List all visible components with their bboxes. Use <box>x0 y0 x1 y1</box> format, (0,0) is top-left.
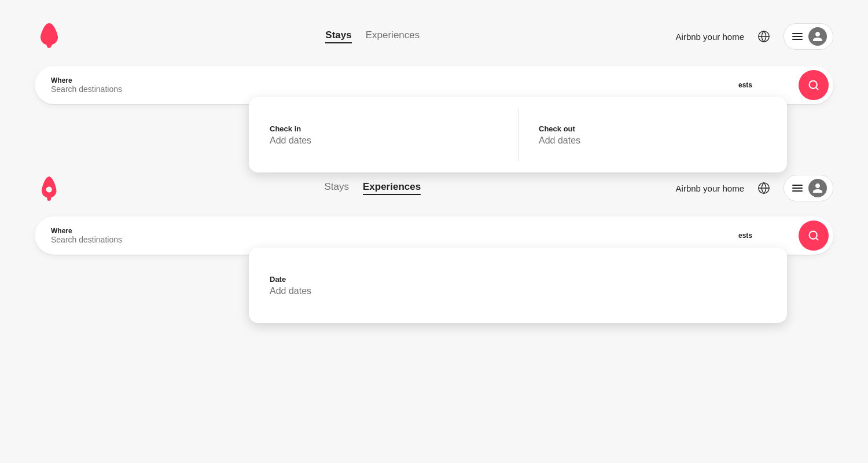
expanded-date-panel-experiences: Date Add dates <box>249 248 787 323</box>
user-avatar-2 <box>808 179 827 197</box>
tab-stays[interactable]: Stays <box>325 30 351 43</box>
where-segment[interactable]: Where Search destinations <box>35 66 249 104</box>
nav-right-experiences: Airbnb your home <box>676 175 833 201</box>
date-label: Date <box>270 275 766 284</box>
menu-button[interactable] <box>784 23 833 50</box>
where-value-2: Search destinations <box>51 235 233 244</box>
checkout-label: Check out <box>539 124 766 133</box>
guests-partial-text: ests <box>738 81 782 89</box>
checkin-value: Add dates <box>270 135 497 146</box>
tab-experiences-2[interactable]: Experiences <box>363 181 421 195</box>
logo-container-2[interactable] <box>35 174 69 203</box>
airbnb-home-link[interactable]: Airbnb your home <box>676 32 744 42</box>
date-segment[interactable]: Date Add dates <box>249 248 787 323</box>
checkin-label: Check in <box>270 124 497 133</box>
airbnb-home-link-2[interactable]: Airbnb your home <box>676 183 744 193</box>
hamburger-icon-2 <box>792 185 803 192</box>
checkout-segment[interactable]: Check out Add dates <box>518 97 787 172</box>
section-stays: Stays Experiences Airbnb your home <box>0 0 868 116</box>
user-avatar <box>808 27 827 46</box>
globe-icon[interactable] <box>753 26 774 47</box>
guests-partial-text-2: ests <box>738 232 782 240</box>
nav-tabs-stays: Stays Experiences <box>325 30 420 43</box>
navbar-stays: Stays Experiences Airbnb your home <box>35 21 833 52</box>
menu-button-2[interactable] <box>784 175 833 201</box>
logo-container[interactable] <box>35 21 64 52</box>
hamburger-icon <box>792 33 803 40</box>
expanded-dates-panel: Check in Add dates Check out Add dates <box>249 97 787 172</box>
date-value: Add dates <box>270 286 766 296</box>
search-button-stays[interactable] <box>799 70 829 100</box>
where-segment-2[interactable]: Where Search destinations <box>35 216 249 255</box>
tab-stays-2[interactable]: Stays <box>324 181 349 195</box>
section-experiences: Stays Experiences Airbnb your home <box>0 162 868 266</box>
where-label: Where <box>51 76 233 84</box>
globe-icon-2[interactable] <box>753 178 774 199</box>
where-value: Search destinations <box>51 84 233 94</box>
where-label-2: Where <box>51 227 233 235</box>
checkin-segment[interactable]: Check in Add dates <box>249 97 518 172</box>
nav-right-stays: Airbnb your home <box>676 23 833 50</box>
search-button-experiences[interactable] <box>799 221 829 251</box>
tab-experiences[interactable]: Experiences <box>366 30 420 43</box>
checkout-value: Add dates <box>539 135 766 146</box>
search-bar-wrap-experiences: Where Search destinations ests Date Add … <box>35 216 833 255</box>
nav-tabs-experiences: Stays Experiences <box>324 181 421 195</box>
navbar-experiences: Stays Experiences Airbnb your home <box>35 174 833 203</box>
search-bar-wrap-stays: Where Search destinations ests Check in … <box>35 66 833 104</box>
